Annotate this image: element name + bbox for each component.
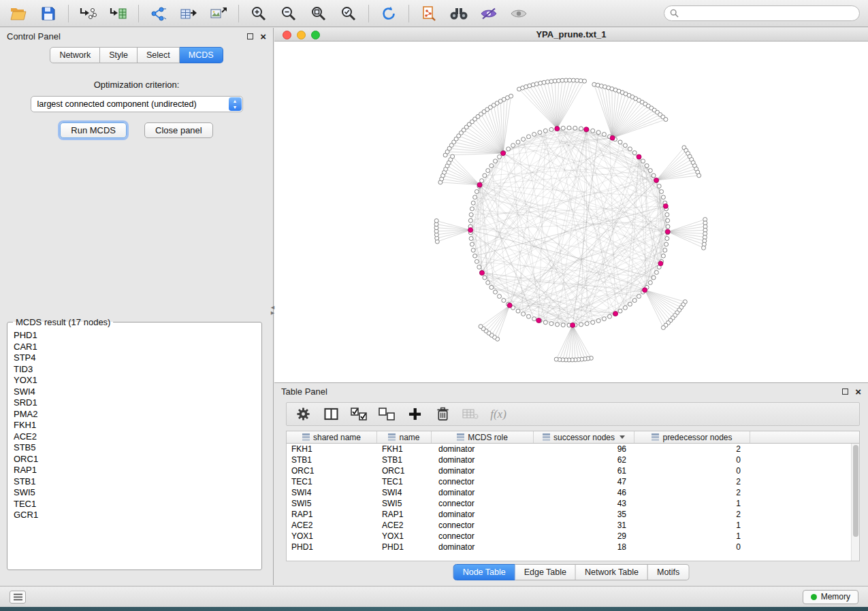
show-all-icon[interactable] bbox=[509, 4, 529, 23]
mcds-result-node[interactable]: STB5 bbox=[7, 442, 261, 454]
splitter-handle[interactable]: ◀▶ bbox=[270, 305, 275, 320]
float-panel-icon[interactable] bbox=[842, 389, 848, 395]
mcds-result-box: MCDS result (17 nodes) PHD1 CAR1 STP4 TI… bbox=[7, 317, 262, 570]
network-graph[interactable] bbox=[274, 42, 868, 382]
close-panel-icon[interactable]: × bbox=[855, 389, 861, 395]
export-table-icon[interactable] bbox=[178, 4, 199, 23]
column-attribute-icon bbox=[302, 433, 310, 441]
column-header[interactable]: predecessor nodes bbox=[634, 431, 750, 443]
search-input[interactable] bbox=[683, 9, 854, 18]
mcds-result-node[interactable]: GCR1 bbox=[7, 510, 261, 521]
table-panel-tab[interactable]: Node Table bbox=[453, 564, 515, 580]
status-bar: Memory bbox=[0, 586, 868, 607]
table-row[interactable]: FKH1 FKH1 dominator 96 2 bbox=[287, 444, 851, 455]
table-panel-tab[interactable]: Network Table bbox=[576, 564, 648, 580]
network-titlebar[interactable]: YPA_prune.txt_1 bbox=[274, 28, 868, 42]
table-row[interactable]: SWI5 SWI5 connector 43 1 bbox=[287, 498, 851, 509]
mcds-result-node[interactable]: YOX1 bbox=[7, 375, 261, 386]
window-maximize-icon[interactable] bbox=[311, 31, 320, 39]
control-panel-tab[interactable]: Select bbox=[138, 47, 180, 63]
open-session-icon[interactable] bbox=[8, 4, 29, 23]
table-panel-tabs: Node Table Edge Table Network Table Moti… bbox=[453, 564, 690, 580]
table-panel: Table Panel × f(x) bbox=[274, 382, 868, 585]
window-close-icon[interactable] bbox=[283, 31, 291, 39]
mcds-result-list[interactable]: PHD1 CAR1 STP4 TID3 YOX1 SWI4 SRD1 PMA2 … bbox=[7, 330, 261, 569]
criterion-select[interactable]: largest connected component (undirected)… bbox=[31, 96, 243, 112]
table-row[interactable]: PHD1 PHD1 dominator 18 0 bbox=[287, 542, 851, 552]
table-row[interactable]: SWI4 SWI4 dominator 46 2 bbox=[287, 487, 851, 498]
zoom-out-icon[interactable] bbox=[278, 4, 299, 23]
zoom-fit-icon[interactable] bbox=[308, 4, 329, 23]
export-network-icon[interactable] bbox=[148, 4, 169, 23]
table-panel-tab[interactable]: Motifs bbox=[648, 564, 689, 580]
save-session-icon[interactable] bbox=[38, 4, 59, 23]
import-network-icon[interactable] bbox=[78, 4, 99, 23]
mcds-result-node[interactable]: STB1 bbox=[7, 476, 261, 488]
table-toolbar: f(x) bbox=[286, 402, 860, 426]
close-panel-icon[interactable]: × bbox=[260, 33, 266, 40]
toolbar-separator bbox=[238, 5, 239, 22]
column-header-label: shared name bbox=[313, 433, 361, 442]
hide-selected-icon[interactable] bbox=[479, 4, 499, 23]
main-toolbar bbox=[0, 0, 868, 27]
run-mcds-button[interactable]: Run MCDS bbox=[60, 122, 127, 138]
add-row-icon[interactable] bbox=[406, 408, 423, 420]
table-row[interactable]: YOX1 YOX1 connector 29 1 bbox=[287, 531, 851, 542]
mcds-result-node[interactable]: FKH1 bbox=[7, 420, 261, 431]
table-panel-tab[interactable]: Edge Table bbox=[515, 564, 576, 580]
table-row[interactable]: RAP1 RAP1 dominator 35 2 bbox=[287, 509, 851, 520]
mcds-result-node[interactable]: TID3 bbox=[7, 364, 261, 376]
table-row[interactable]: ORC1 ORC1 dominator 61 0 bbox=[287, 465, 851, 476]
mcds-result-node[interactable]: SWI4 bbox=[7, 386, 261, 398]
mcds-result-node[interactable]: SWI5 bbox=[7, 487, 261, 499]
first-neighbors-icon[interactable] bbox=[449, 4, 469, 23]
float-panel-icon[interactable] bbox=[247, 33, 253, 39]
clone-network-icon[interactable] bbox=[419, 4, 439, 23]
mcds-result-node[interactable]: TEC1 bbox=[7, 499, 261, 510]
column-attribute-icon bbox=[543, 433, 550, 441]
column-header[interactable]: name bbox=[377, 431, 432, 443]
memory-button[interactable]: Memory bbox=[803, 590, 858, 604]
export-image-icon[interactable] bbox=[208, 4, 229, 23]
control-panel-tab[interactable]: MCDS bbox=[180, 47, 223, 63]
chevron-up-down-icon: ▲▼ bbox=[229, 97, 242, 111]
mcds-result-node[interactable]: STP4 bbox=[7, 352, 261, 364]
table-row[interactable]: TEC1 TEC1 connector 47 2 bbox=[287, 476, 851, 487]
close-panel-button[interactable]: Close panel bbox=[144, 122, 213, 138]
select-all-icon[interactable] bbox=[351, 408, 367, 421]
table-row[interactable]: STB1 STB1 dominator 62 0 bbox=[287, 455, 851, 465]
import-table-icon[interactable] bbox=[108, 4, 129, 23]
mcds-result-node[interactable]: PMA2 bbox=[7, 409, 261, 420]
scrollbar-thumb[interactable] bbox=[853, 445, 858, 537]
control-panel-tab[interactable]: Network bbox=[50, 47, 100, 63]
mcds-result-node[interactable]: CAR1 bbox=[7, 342, 261, 353]
window-minimize-icon[interactable] bbox=[297, 31, 306, 39]
mcds-result-node[interactable]: SRD1 bbox=[7, 397, 261, 409]
control-panel-tab[interactable]: Style bbox=[100, 47, 138, 63]
mcds-result-node[interactable]: PHD1 bbox=[7, 330, 261, 342]
node-table: shared name name MCDS role su bbox=[286, 431, 860, 561]
status-menu-button[interactable] bbox=[10, 591, 26, 604]
search-box[interactable] bbox=[664, 5, 860, 21]
memory-status-icon bbox=[811, 594, 817, 600]
network-canvas[interactable] bbox=[274, 42, 868, 382]
mcds-result-node[interactable]: ACE2 bbox=[7, 431, 261, 443]
toolbar-separator bbox=[138, 5, 139, 22]
mcds-result-node[interactable]: ORC1 bbox=[7, 454, 261, 465]
mcds-result-node[interactable]: RAP1 bbox=[7, 465, 261, 476]
refresh-icon[interactable] bbox=[379, 4, 399, 23]
zoom-selected-icon[interactable] bbox=[338, 4, 359, 23]
column-header[interactable]: shared name bbox=[287, 431, 377, 443]
zoom-in-icon[interactable] bbox=[248, 4, 269, 23]
column-header[interactable]: successor nodes bbox=[534, 431, 634, 443]
column-header[interactable]: MCDS role bbox=[432, 431, 534, 443]
table-settings-gear-icon[interactable] bbox=[295, 407, 311, 421]
delete-row-icon[interactable] bbox=[434, 407, 451, 421]
delete-table-icon bbox=[462, 408, 479, 420]
show-columns-icon[interactable] bbox=[323, 408, 339, 420]
deselect-all-icon[interactable] bbox=[379, 408, 395, 421]
table-scrollbar[interactable] bbox=[851, 444, 859, 561]
table-row[interactable]: ACE2 ACE2 connector 31 1 bbox=[287, 520, 851, 531]
table-panel-title: Table Panel bbox=[281, 386, 327, 397]
network-title: YPA_prune.txt_1 bbox=[536, 29, 606, 39]
